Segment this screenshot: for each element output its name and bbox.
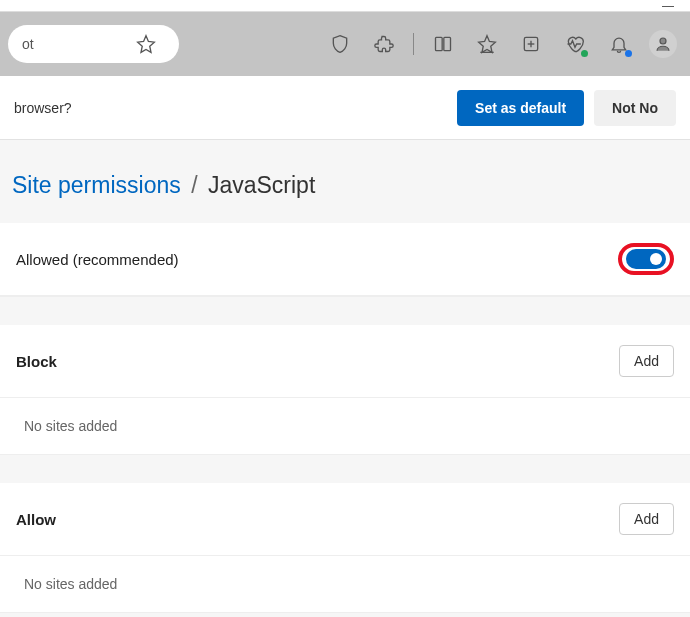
toolbar-separator <box>413 33 414 55</box>
shield-icon[interactable] <box>321 25 359 63</box>
svg-rect-0 <box>436 37 443 50</box>
toggle-knob-icon <box>650 253 662 265</box>
page-content: Site permissions / JavaScript Allowed (r… <box>0 140 690 617</box>
allowed-section: Allowed (recommended) <box>0 223 690 297</box>
notification-badge-icon <box>625 50 632 57</box>
favorites-icon[interactable] <box>468 25 506 63</box>
split-screen-icon[interactable] <box>424 25 462 63</box>
block-add-button[interactable]: Add <box>619 345 674 377</box>
allowed-label: Allowed (recommended) <box>16 251 179 268</box>
address-bar[interactable]: ot <box>8 25 179 63</box>
set-as-default-button[interactable]: Set as default <box>457 90 584 126</box>
highlight-annotation <box>618 243 674 275</box>
minimize-button[interactable]: — <box>662 0 674 13</box>
collections-icon[interactable] <box>512 25 550 63</box>
svg-point-6 <box>660 38 666 44</box>
toolbar-icons <box>321 25 682 63</box>
allow-label: Allow <box>16 511 56 528</box>
notifications-icon[interactable] <box>600 25 638 63</box>
allow-empty-text: No sites added <box>0 556 690 612</box>
allow-add-button[interactable]: Add <box>619 503 674 535</box>
block-empty-text: No sites added <box>0 398 690 454</box>
breadcrumb-current: JavaScript <box>208 172 315 198</box>
not-now-button[interactable]: Not No <box>594 90 676 126</box>
window-titlebar: — <box>0 0 690 12</box>
avatar-icon <box>649 30 677 58</box>
allow-section: Allow Add No sites added <box>0 483 690 613</box>
svg-rect-1 <box>444 37 451 50</box>
extensions-icon[interactable] <box>365 25 403 63</box>
breadcrumb-parent-link[interactable]: Site permissions <box>12 172 181 198</box>
breadcrumb: Site permissions / JavaScript <box>0 172 690 223</box>
favorite-star-icon[interactable] <box>127 25 165 63</box>
prompt-actions: Set as default Not No <box>457 90 676 126</box>
health-icon[interactable] <box>556 25 594 63</box>
breadcrumb-separator: / <box>191 172 197 198</box>
prompt-question: browser? <box>14 100 72 116</box>
javascript-allowed-toggle[interactable] <box>626 249 666 269</box>
status-dot-icon <box>581 50 588 57</box>
profile-avatar[interactable] <box>644 25 682 63</box>
browser-toolbar: ot <box>0 12 690 76</box>
url-fragment: ot <box>22 36 34 52</box>
block-label: Block <box>16 353 57 370</box>
default-browser-prompt: browser? Set as default Not No <box>0 76 690 140</box>
block-section: Block Add No sites added <box>0 325 690 455</box>
